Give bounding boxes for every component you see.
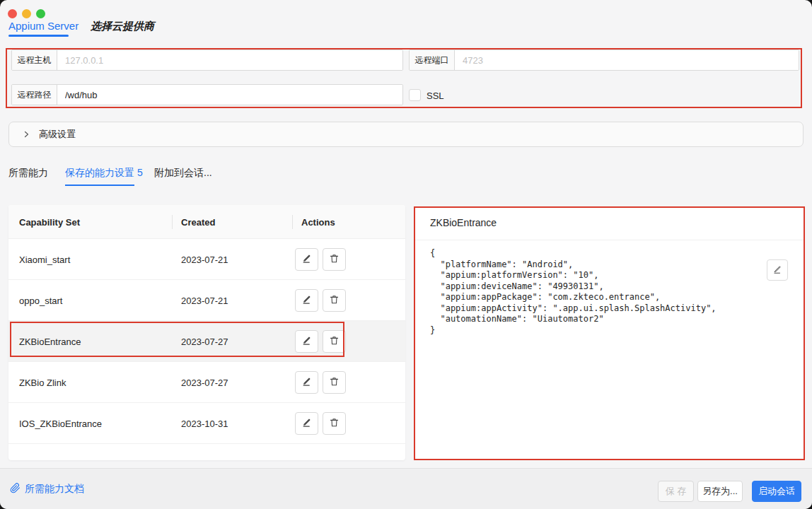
detail-title: ZKBioEntrance <box>415 208 804 240</box>
pencil-icon <box>301 376 312 389</box>
column-divider <box>172 215 173 229</box>
window-controls <box>8 9 45 18</box>
capability-set-name: oppo_start <box>19 280 62 321</box>
paperclip-icon <box>10 483 21 496</box>
remote-host-input[interactable] <box>57 50 402 70</box>
remote-path-label: 远程路径 <box>12 85 57 105</box>
edit-capability-json-button[interactable] <box>767 259 788 281</box>
created-date: 2023-07-21 <box>181 280 228 321</box>
created-date: 2023-07-21 <box>181 239 228 280</box>
active-capability-tab-indicator <box>65 185 134 186</box>
remote-port-input[interactable] <box>455 50 799 70</box>
delete-button[interactable] <box>323 371 346 394</box>
ssl-checkbox[interactable] <box>409 89 421 101</box>
edit-button[interactable] <box>295 330 318 353</box>
remote-host-group: 远程主机 <box>11 49 403 71</box>
remote-path-input[interactable] <box>57 85 402 105</box>
table-row[interactable]: oppo_start 2023-07-21 <box>8 280 405 321</box>
remote-host-label: 远程主机 <box>12 50 57 70</box>
table-row-selected[interactable]: ZKBioEntrance 2023-07-27 <box>8 321 405 362</box>
table-row[interactable]: IOS_ZKBioEntrance 2023-10-31 <box>8 403 405 444</box>
capability-set-name: ZKBioEntrance <box>19 321 81 362</box>
tab-appium-server[interactable]: Appium Server <box>8 20 79 32</box>
table-header: Capability Set Created Actions <box>8 205 405 239</box>
pencil-icon <box>301 253 312 266</box>
chevron-right-icon <box>22 130 30 139</box>
remote-port-group: 远程端口 <box>409 49 799 71</box>
trash-icon <box>329 335 340 348</box>
capability-set-name: IOS_ZKBioEntrance <box>19 403 102 444</box>
column-divider <box>292 215 293 229</box>
column-actions: Actions <box>301 205 335 239</box>
edit-button[interactable] <box>295 289 318 312</box>
maximize-window-icon[interactable] <box>36 9 45 18</box>
column-created: Created <box>181 205 215 239</box>
save-button[interactable]: 保 存 <box>658 481 694 502</box>
pencil-icon <box>301 417 312 430</box>
capability-sets-table: Capability Set Created Actions Xiaomi_st… <box>8 205 405 460</box>
created-date: 2023-07-27 <box>181 321 228 362</box>
delete-button[interactable] <box>323 289 346 312</box>
advanced-settings-label: 高级设置 <box>39 128 76 141</box>
delete-button[interactable] <box>323 248 346 271</box>
footer-bar: 所需能力文档 保 存 另存为... 启动会话 <box>0 468 812 509</box>
capability-set-name: ZKBio Zlink <box>19 362 66 403</box>
edit-button[interactable] <box>295 248 318 271</box>
delete-button[interactable] <box>323 412 346 435</box>
capability-set-name: Xiaomi_start <box>19 239 70 280</box>
table-row[interactable]: Xiaomi_start 2023-07-21 <box>8 239 405 280</box>
trash-icon <box>329 253 340 266</box>
pencil-icon <box>301 335 312 348</box>
trash-icon <box>329 294 340 307</box>
capability-json: { "platformName": "Android", "appium:pla… <box>415 240 804 344</box>
delete-button[interactable] <box>323 330 346 353</box>
pencil-icon <box>301 294 312 307</box>
close-window-icon[interactable] <box>8 9 17 18</box>
start-session-button[interactable]: 启动会话 <box>752 481 801 502</box>
pencil-icon <box>772 264 782 276</box>
advanced-settings-collapse[interactable]: 高级设置 <box>8 122 804 147</box>
edit-button[interactable] <box>295 371 318 394</box>
edit-button[interactable] <box>295 412 318 435</box>
trash-icon <box>329 417 340 430</box>
save-as-button[interactable]: 另存为... <box>697 481 743 502</box>
tab-saved-capability-sets[interactable]: 保存的能力设置 5 <box>65 167 143 180</box>
active-tab-indicator <box>8 35 69 37</box>
trash-icon <box>329 376 340 389</box>
remote-port-label: 远程端口 <box>410 50 455 70</box>
tab-select-cloud-provider[interactable]: 选择云提供商 <box>91 20 154 33</box>
tab-attach-to-session[interactable]: 附加到会话... <box>154 167 212 180</box>
tab-desired-capabilities[interactable]: 所需能力 <box>8 167 48 180</box>
capabilities-doc-link[interactable]: 所需能力文档 <box>10 483 84 496</box>
table-row[interactable]: ZKBio Zlink 2023-07-27 <box>8 362 405 403</box>
column-capability-set: Capability Set <box>19 205 80 239</box>
ssl-label: SSL <box>427 90 444 101</box>
remote-path-group: 远程路径 <box>11 84 403 105</box>
capabilities-doc-link-label: 所需能力文档 <box>25 483 84 496</box>
created-date: 2023-10-31 <box>181 403 228 444</box>
minimize-window-icon[interactable] <box>22 9 31 18</box>
appium-inspector-window: Appium Server 选择云提供商 远程主机 远程端口 远程路径 SSL … <box>0 0 812 509</box>
created-date: 2023-07-27 <box>181 362 228 403</box>
capability-set-detail-panel: ZKBioEntrance { "platformName": "Android… <box>414 206 805 460</box>
